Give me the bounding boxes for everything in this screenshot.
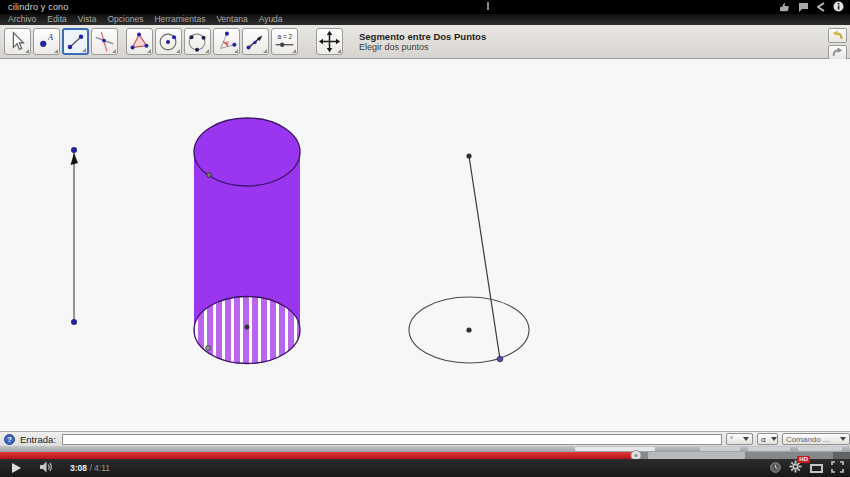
flag-icon[interactable]: [798, 2, 809, 12]
hd-badge: HD: [797, 456, 810, 463]
undo-icon: [831, 27, 844, 45]
menu-item-edita[interactable]: Edita: [47, 14, 66, 25]
tool-new-point[interactable]: A: [33, 28, 60, 55]
played-range: [0, 452, 636, 459]
player-controls: 3:08 / 4:11 HD: [0, 459, 850, 477]
cone-base-point[interactable]: [497, 356, 503, 362]
tool-help-title: Segmento entre Dos Puntos: [359, 31, 486, 42]
chevron-down-icon: [840, 437, 846, 441]
time-total: / 4:11: [89, 463, 110, 473]
share-icon[interactable]: [817, 2, 825, 12]
cone-slant-segment[interactable]: [469, 156, 500, 359]
info-icon[interactable]: [833, 1, 844, 12]
undo-button[interactable]: [828, 28, 847, 43]
menu-item-opciones[interactable]: Opciones: [107, 14, 143, 25]
symbol-dropdown[interactable]: °: [726, 433, 753, 445]
greek-dropdown-value: α: [761, 435, 766, 444]
watch-later-icon[interactable]: [770, 459, 781, 477]
play-button[interactable]: [12, 463, 21, 473]
video-title[interactable]: cilindro y cono: [8, 2, 69, 12]
volume-icon: [39, 459, 54, 477]
menu-item-ayuda[interactable]: Ayuda: [259, 14, 283, 25]
cone-center-point[interactable]: [466, 327, 471, 332]
input-label: Entrada:: [20, 434, 56, 445]
menu-item-ventana[interactable]: Ventana: [216, 14, 247, 25]
cone-apex-point[interactable]: [466, 153, 471, 158]
cylinder-edge-point[interactable]: [206, 346, 211, 351]
tool-angle[interactable]: a: [213, 28, 240, 55]
cylinder-top-point[interactable]: [207, 173, 212, 178]
time-current: 3:08: [70, 463, 87, 473]
geogebra-toolbar: A a a = 2 Segmento entre Dos Punt: [0, 25, 850, 59]
redo-button[interactable]: [828, 45, 847, 60]
segment-point-top[interactable]: [71, 147, 77, 153]
cylinder[interactable]: [194, 118, 300, 364]
thumb-up-icon[interactable]: [779, 2, 790, 12]
segment-left[interactable]: [71, 147, 77, 325]
tool-help-subtitle: Elegir dos puntos: [359, 42, 486, 53]
video-player: cilindro y cono Archivo Edita Vista Opci…: [0, 0, 850, 477]
tool-vector[interactable]: [242, 28, 269, 55]
cone-construction[interactable]: [409, 153, 529, 363]
tool-translate-view[interactable]: [316, 28, 343, 55]
menu-item-vista[interactable]: Vista: [78, 14, 97, 25]
tool-move[interactable]: [4, 28, 31, 55]
input-bar: ? Entrada: ° α Comando ...: [0, 431, 850, 446]
taskbar-segment: [798, 447, 842, 451]
volume-button[interactable]: [39, 459, 54, 477]
svg-text:a: a: [226, 39, 229, 45]
settings-button[interactable]: HD: [789, 459, 802, 477]
taskbar-segment: [700, 447, 740, 451]
mouse-cursor: [487, 2, 489, 10]
segment-point-bottom[interactable]: [71, 319, 77, 325]
chevron-down-icon: [743, 437, 749, 441]
input-help-icon[interactable]: ?: [4, 434, 15, 445]
input-field[interactable]: [62, 434, 722, 445]
cylinder-center-point[interactable]: [245, 325, 250, 330]
graphics-view[interactable]: [0, 59, 850, 431]
tool-line[interactable]: [91, 28, 118, 55]
tool-segment[interactable]: [62, 28, 89, 55]
menu-item-herramientas[interactable]: Herramientas: [154, 14, 205, 25]
video-title-bar: cilindro y cono: [0, 0, 850, 14]
seek-bar[interactable]: [0, 452, 850, 459]
time-display: 3:08 / 4:11: [70, 463, 110, 473]
tool-slider[interactable]: a = 2: [271, 28, 298, 55]
command-dropdown[interactable]: Comando ...: [782, 433, 850, 445]
tool-polygon[interactable]: [126, 28, 153, 55]
command-dropdown-value: Comando ...: [786, 435, 830, 444]
tool-circle[interactable]: [155, 28, 182, 55]
fullscreen-icon[interactable]: [831, 459, 844, 477]
tool-help: Segmento entre Dos Puntos Elegir dos pun…: [359, 28, 486, 53]
menu-bar: Archivo Edita Vista Opciones Herramienta…: [0, 14, 850, 25]
menu-item-archivo[interactable]: Archivo: [8, 14, 36, 25]
unbuffered-range: [833, 452, 850, 459]
buffered-range: [648, 452, 745, 459]
tool-conic[interactable]: [184, 28, 211, 55]
svg-text:a = 2: a = 2: [278, 33, 293, 40]
theater-icon[interactable]: [810, 464, 823, 473]
greek-dropdown[interactable]: α: [757, 433, 778, 445]
cylinder-bottom-ellipse[interactable]: [194, 297, 300, 364]
cursor-arrow: [71, 153, 79, 165]
symbol-dropdown-value: °: [730, 435, 733, 444]
taskbar-segment: [748, 447, 790, 451]
taskbar-segment: [575, 447, 655, 451]
svg-text:A: A: [47, 33, 54, 42]
chevron-down-icon: [771, 437, 777, 441]
